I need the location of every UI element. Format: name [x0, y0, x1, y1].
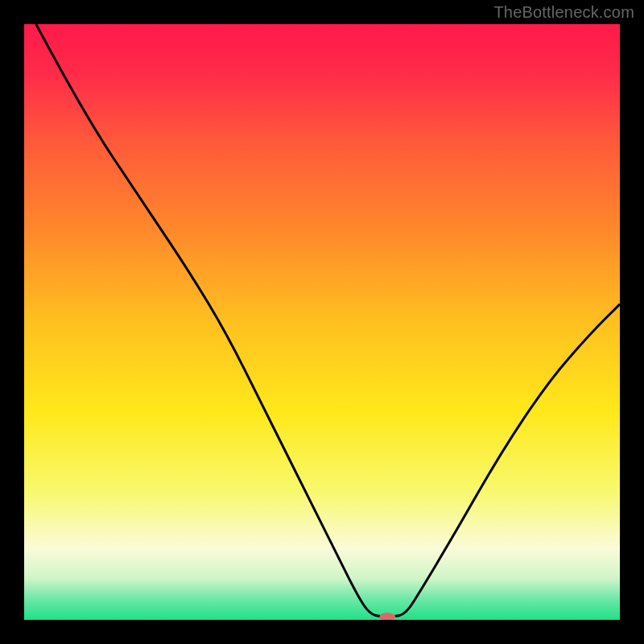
bottleneck-chart	[24, 24, 620, 620]
gradient-background	[24, 24, 620, 620]
watermark-text: TheBottleneck.com	[493, 3, 634, 22]
chart-plot-area	[24, 24, 620, 620]
